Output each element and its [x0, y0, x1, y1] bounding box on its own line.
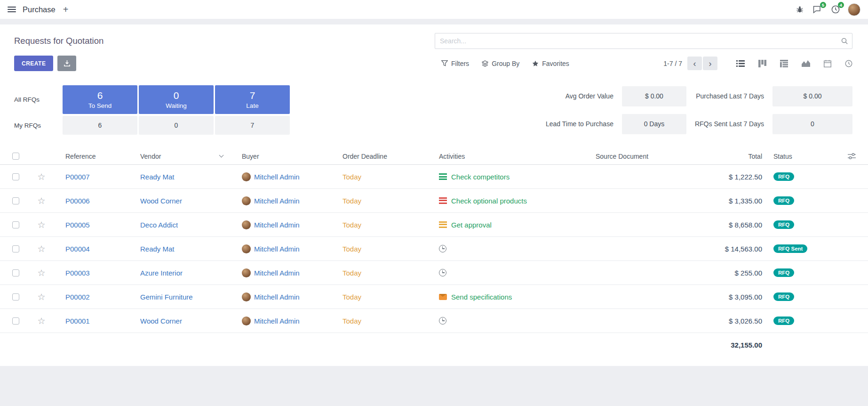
- vendor-link[interactable]: Ready Mat: [140, 245, 175, 253]
- search-icon[interactable]: [841, 37, 848, 46]
- vendor-link[interactable]: Ready Mat: [140, 173, 175, 181]
- buyer-link[interactable]: Mitchell Admin: [254, 221, 300, 229]
- favorite-star-icon[interactable]: ☆: [37, 196, 45, 205]
- export-button[interactable]: [57, 56, 76, 71]
- activity-view-icon[interactable]: [845, 60, 852, 67]
- favorite-star-icon[interactable]: ☆: [37, 220, 45, 229]
- reference-link[interactable]: P00006: [65, 197, 90, 205]
- reference-link[interactable]: P00001: [65, 317, 90, 325]
- list-view-icon[interactable]: [736, 60, 745, 67]
- table-row[interactable]: ☆ P00001 Wood Corner Mitchell Admin Toda…: [0, 309, 868, 333]
- menu-icon[interactable]: [8, 7, 16, 12]
- col-header-deadline[interactable]: Order Deadline: [342, 153, 439, 160]
- row-checkbox[interactable]: [12, 221, 19, 228]
- app-name[interactable]: Purchase: [23, 5, 56, 14]
- favorite-star-icon[interactable]: ☆: [37, 317, 45, 325]
- reference-link[interactable]: P00002: [65, 293, 90, 301]
- plus-icon[interactable]: +: [63, 5, 69, 14]
- my-waiting-box[interactable]: 0: [139, 116, 214, 135]
- user-avatar[interactable]: [848, 3, 860, 16]
- buyer-link[interactable]: Mitchell Admin: [254, 317, 300, 325]
- buyer-link[interactable]: Mitchell Admin: [254, 269, 300, 277]
- row-checkbox[interactable]: [12, 173, 19, 180]
- col-header-activities[interactable]: Activities: [439, 153, 596, 160]
- order-deadline: Today: [342, 317, 361, 325]
- col-header-reference[interactable]: Reference: [52, 153, 140, 160]
- my-late-box[interactable]: 7: [215, 116, 290, 135]
- buyer-link[interactable]: Mitchell Admin: [254, 197, 300, 205]
- reference-link[interactable]: P00003: [65, 269, 90, 277]
- vendor-link[interactable]: Wood Corner: [140, 197, 182, 205]
- activity-icon[interactable]: [439, 317, 446, 325]
- table-row[interactable]: ☆ P00007 Ready Mat Mitchell Admin Today …: [0, 165, 868, 189]
- control-panel: Requests for Quotation CREATE Filters: [0, 24, 868, 71]
- col-header-buyer[interactable]: Buyer: [238, 153, 342, 160]
- vendor-link[interactable]: Gemini Furniture: [140, 293, 193, 301]
- vendor-link[interactable]: Wood Corner: [140, 317, 182, 325]
- buyer-link[interactable]: Mitchell Admin: [254, 173, 300, 181]
- sort-caret-icon: [219, 153, 224, 158]
- table-row[interactable]: ☆ P00003 Azure Interior Mitchell Admin T…: [0, 261, 868, 285]
- activity-icon[interactable]: [439, 221, 447, 228]
- reference-link[interactable]: P00005: [65, 221, 90, 229]
- row-checkbox[interactable]: [12, 245, 19, 252]
- favorite-star-icon[interactable]: ☆: [37, 244, 45, 253]
- activity-link[interactable]: Check optional products: [451, 197, 527, 205]
- main-panel: Requests for Quotation CREATE Filters: [0, 24, 868, 366]
- search-input[interactable]: [435, 33, 852, 49]
- buyer-link[interactable]: Mitchell Admin: [254, 293, 300, 301]
- filters-button[interactable]: Filters: [441, 60, 469, 67]
- favorite-star-icon[interactable]: ☆: [37, 268, 45, 277]
- col-header-total[interactable]: Total: [692, 153, 766, 160]
- activities-clock-icon[interactable]: 4: [830, 4, 841, 15]
- favorites-button[interactable]: Favorites: [532, 60, 569, 67]
- to-send-card[interactable]: 6 To Send: [63, 85, 137, 114]
- calendar-view-icon[interactable]: [824, 60, 831, 67]
- row-checkbox[interactable]: [12, 197, 19, 204]
- my-to-send-box[interactable]: 6: [63, 116, 137, 135]
- activity-icon[interactable]: [439, 269, 446, 276]
- row-checkbox[interactable]: [12, 269, 19, 276]
- order-deadline: Today: [342, 173, 361, 181]
- activity-link[interactable]: Get approval: [451, 221, 492, 229]
- vendor-link[interactable]: Azure Interior: [140, 269, 183, 277]
- activity-icon[interactable]: [439, 294, 447, 300]
- select-all-checkbox[interactable]: [12, 153, 19, 160]
- late-card[interactable]: 7 Late: [215, 85, 290, 114]
- favorite-star-icon[interactable]: ☆: [37, 292, 45, 301]
- reference-link[interactable]: P00004: [65, 245, 90, 253]
- avg-order-value: $ 0.00: [622, 86, 686, 106]
- vendor-link[interactable]: Deco Addict: [140, 221, 178, 229]
- favorite-star-icon[interactable]: ☆: [37, 172, 45, 181]
- group-by-button[interactable]: Group By: [482, 60, 519, 67]
- table-row[interactable]: ☆ P00002 Gemini Furniture Mitchell Admin…: [0, 285, 868, 309]
- buyer-link[interactable]: Mitchell Admin: [254, 245, 300, 253]
- activity-icon[interactable]: [439, 197, 447, 204]
- messages-icon[interactable]: 5: [812, 4, 823, 15]
- graph-view-icon[interactable]: [802, 60, 810, 67]
- reference-link[interactable]: P00007: [65, 173, 90, 181]
- activity-icon[interactable]: [439, 173, 447, 180]
- row-checkbox[interactable]: [12, 293, 19, 300]
- row-checkbox[interactable]: [12, 317, 19, 325]
- column-options-sliders-icon[interactable]: [848, 153, 856, 160]
- status-badge: RFQ: [773, 292, 794, 301]
- col-header-source[interactable]: Source Document: [596, 153, 692, 160]
- waiting-card[interactable]: 0 Waiting: [139, 85, 214, 114]
- table-row[interactable]: ☆ P00004 Ready Mat Mitchell Admin Today …: [0, 237, 868, 261]
- create-button[interactable]: CREATE: [14, 56, 53, 71]
- activity-link[interactable]: Send specifications: [451, 293, 512, 301]
- table-row[interactable]: ☆ P00006 Wood Corner Mitchell Admin Toda…: [0, 189, 868, 213]
- activity-icon[interactable]: [439, 245, 446, 252]
- order-deadline: Today: [342, 293, 361, 301]
- kanban-view-icon[interactable]: [758, 60, 766, 67]
- activity-link[interactable]: Check competitors: [451, 173, 510, 181]
- pivot-view-icon[interactable]: [780, 60, 788, 67]
- kpi-grid: Avg Order Value $ 0.00 Purchased Last 7 …: [546, 86, 852, 134]
- col-header-status[interactable]: Status: [766, 153, 835, 160]
- debug-bug-icon[interactable]: [794, 4, 805, 15]
- table-row[interactable]: ☆ P00005 Deco Addict Mitchell Admin Toda…: [0, 213, 868, 237]
- col-header-vendor[interactable]: Vendor: [140, 153, 238, 160]
- pager-prev-button[interactable]: ‹: [687, 57, 702, 70]
- pager-next-button[interactable]: ›: [703, 57, 717, 70]
